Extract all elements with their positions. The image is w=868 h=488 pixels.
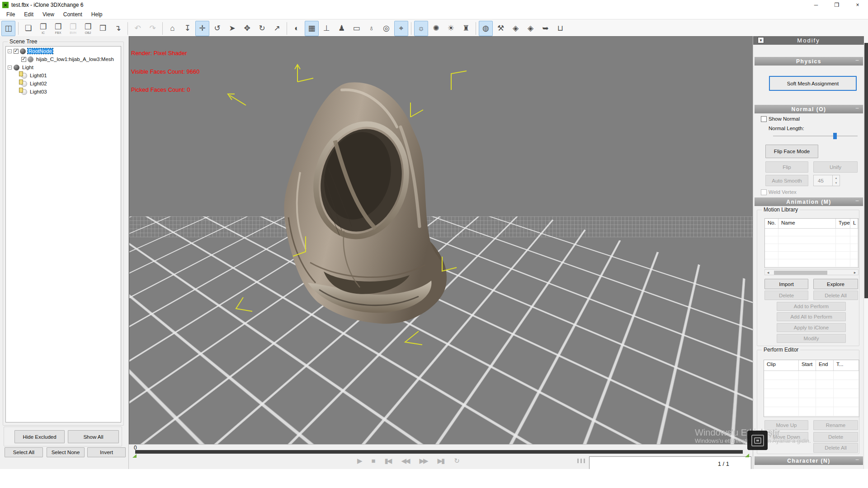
preferences-wrench-icon[interactable]: ⚒ [494,21,508,36]
column-header-t[interactable]: T... [834,360,859,371]
world-axis-toggle-icon[interactable]: ⊥ [320,21,334,36]
preview-quality-icon[interactable]: ◍ [479,21,493,36]
slider-thumb[interactable] [833,133,837,139]
motion-library-hscrollbar[interactable]: ◂ ▸ [764,269,859,275]
timeline-end-marker[interactable] [745,454,749,457]
show-normal-checkbox[interactable] [761,116,767,122]
timeline-track[interactable] [135,450,743,454]
import-fbx-icon[interactable]: ❐FBX [51,21,65,36]
viewport-3d[interactable]: Render: Pixel Shader Visible Faces Count… [129,36,753,444]
soft-mesh-assignment-button[interactable]: Soft Mesh Assignment [769,76,857,91]
column-header-end[interactable]: End [816,360,834,371]
motion-delete-all-button[interactable]: Delete All [813,291,858,300]
timeline-start-marker[interactable] [132,454,137,458]
unify-button[interactable]: Unify [813,161,858,173]
export-file-icon[interactable]: ❒ [96,21,110,36]
auto-smooth-button[interactable]: Auto Smooth [765,175,808,186]
step-back-icon[interactable]: ◀◀ [401,457,409,465]
export-license-b-icon[interactable]: ◈ [524,21,538,36]
move-down-button[interactable]: Move Down [764,432,808,442]
panel-scrollbar[interactable] [863,36,868,469]
nested-frames-icon[interactable] [747,431,768,450]
menu-edit[interactable]: Edit [19,10,38,19]
modify-motion-button[interactable]: Modify [777,334,846,343]
column-header-type[interactable]: Type [836,219,850,228]
rotate-tool-icon[interactable]: ↺ [210,21,224,36]
add-to-perform-button[interactable]: Add to Perform [777,302,846,311]
flip-face-mode-button[interactable]: Flip Face Mode [765,145,818,158]
character-collapse-icon[interactable]: – [856,456,859,463]
scene-tree-list[interactable]: -RootNodehijab_C_low1:hijab_A_low3:Mesh-… [5,46,121,422]
apply-to-iclone-button[interactable]: Apply to iClone [777,323,846,332]
physics-section-header[interactable]: Physics – [755,57,863,66]
content-store-cart-icon[interactable]: ⊔ [553,21,567,36]
visibility-checkbox[interactable] [21,57,26,62]
normal-collapse-icon[interactable]: – [856,105,859,111]
tree-node-light03[interactable]: Light03 [6,88,121,95]
normal-length-slider[interactable] [773,133,858,139]
spin-up-icon[interactable]: ▲ [833,175,840,181]
scroll-left-icon[interactable]: ◂ [765,270,771,275]
tree-node-hijab-mesh[interactable]: hijab_C_low1:hijab_A_low3:Mesh [6,56,121,63]
panel-scrollbar-thumb[interactable] [864,43,868,298]
close-button[interactable]: × [847,0,868,10]
column-header-no[interactable]: No. [765,219,778,228]
frame-counter[interactable]: 1 / 1 [589,456,751,469]
slider-track[interactable] [773,136,858,136]
panel-dropdown-icon[interactable]: ▾ [758,37,764,43]
motion-delete-button[interactable]: Delete [764,291,808,300]
import-obj-icon[interactable]: ❐OBJ [81,21,95,36]
flip-button[interactable]: Flip [765,161,808,173]
character-section-header[interactable]: Character (N) – [755,456,863,465]
export-current-icon[interactable]: ↴ [111,21,125,36]
column-header-start[interactable]: Start [799,360,816,371]
move-up-button[interactable]: Move Up [764,420,808,430]
add-all-to-perform-button[interactable]: Add All to Perform [777,312,846,321]
hide-excluded-button[interactable]: Hide Excluded [14,430,65,443]
tree-node-light01[interactable]: Light01 [6,72,121,79]
home-view-icon[interactable]: ⌂ [165,21,179,36]
column-header-l[interactable]: L [850,219,858,228]
select-none-button[interactable]: Select None [47,447,85,457]
restore-button[interactable]: ❐ [826,0,847,10]
select-all-button[interactable]: Select All [5,447,43,457]
stage-toggle-icon[interactable]: ♜ [459,21,473,36]
undo-icon[interactable]: ↶ [131,21,145,36]
apply-character-icon[interactable]: ➥ [538,21,552,36]
minimize-button[interactable]: ─ [806,0,826,10]
export-license-a-icon[interactable]: ◈ [509,21,523,36]
background-toggle-icon[interactable]: ◐ [290,21,304,36]
import-bvh-icon[interactable]: ❐BVH [66,21,80,36]
scale-tool-icon[interactable]: ➤ [225,21,239,36]
expander-icon[interactable]: - [8,49,12,53]
animation-section-header[interactable]: Animation (M) – [755,197,863,206]
camera-frame-toggle-icon[interactable]: ⌖ [394,21,408,36]
menu-view[interactable]: View [38,10,59,19]
column-header-name[interactable]: Name [778,219,836,228]
redo-icon[interactable]: ↷ [146,21,160,36]
perform-delete-all-button[interactable]: Delete All [813,443,858,453]
rename-button[interactable]: Rename [813,420,858,430]
column-header-clip[interactable]: Clip [764,360,799,371]
move-tool-icon[interactable]: ✛ [195,21,209,36]
ambient-light-toggle-icon[interactable]: ☼ [414,21,428,36]
bounding-box-toggle-icon[interactable]: ◎ [379,21,393,36]
motion-library-table[interactable]: No.NameTypeL [764,218,859,268]
expander-icon[interactable]: - [8,66,12,70]
stop-icon[interactable]: ■ [372,457,374,465]
menu-content[interactable]: Content [59,10,87,19]
orbit-camera-icon[interactable]: ↻ [255,21,269,36]
import-iclone-icon[interactable]: ❐iC [36,21,50,36]
tree-node-light-group[interactable]: -Light [6,64,121,71]
dummy-avatar-toggle-icon[interactable]: ♟ [335,21,349,36]
open-file-icon[interactable]: ❏ [21,21,35,36]
grid-toggle-icon[interactable]: ▦ [305,21,319,36]
invert-button[interactable]: Invert [87,447,126,457]
image-plane-toggle-icon[interactable]: ▭ [349,21,363,36]
tree-node-rootnode[interactable]: -RootNode [6,47,121,55]
drop-to-floor-icon[interactable]: ↧ [180,21,194,36]
tree-node-light02[interactable]: Light02 [6,80,121,87]
normal-section-header[interactable]: Normal (O) – [755,105,863,113]
explore-button[interactable]: Explore [813,279,858,289]
visibility-checkbox[interactable] [14,49,19,54]
